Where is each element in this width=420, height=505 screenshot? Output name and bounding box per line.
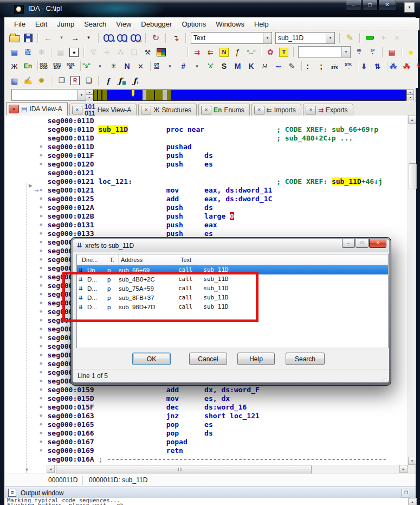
setup-wrench-button[interactable]: ⚒	[141, 47, 154, 58]
char-button[interactable]: 'x'	[204, 61, 217, 72]
output-dock-button[interactable]: ❐	[402, 489, 410, 497]
undefine-bytes-button[interactable]: 0101Ж	[64, 61, 77, 72]
horizontal-scrollbar[interactable]: ◄ ►	[47, 465, 408, 474]
tab-list-dropdown[interactable]: ▾	[404, 2, 415, 12]
tab-ida-view-a[interactable]: ✕▤IDA View-A	[6, 102, 68, 116]
stack-trace-button[interactable]: ⇅	[371, 61, 384, 72]
demangled-names-button[interactable]: ab▪	[353, 47, 365, 58]
colors-palette-button[interactable]	[155, 47, 167, 58]
problems-list-button[interactable]: ▤	[386, 47, 398, 58]
proximity-button[interactable]: ❋	[35, 47, 48, 58]
menu-jump[interactable]: Jump	[52, 19, 79, 29]
scroll-up-icon[interactable]: ▲	[408, 116, 416, 124]
print-button[interactable]: ❏	[128, 47, 140, 58]
make-string-dropdown[interactable]: ▾	[94, 61, 106, 72]
ok-button[interactable]: OK	[132, 353, 171, 365]
scroll-left-icon[interactable]: ◄	[47, 465, 55, 473]
disasm-line[interactable]: • seg000:015D mov es, dx	[5, 394, 408, 403]
tab-hex-view-a[interactable]: ✕101011Hex View-A	[69, 104, 137, 116]
tab-structures[interactable]: ✕ЖStructures	[138, 104, 197, 116]
stack-var2-button[interactable]: STK→	[342, 61, 354, 72]
disasm-line[interactable]: seg000:0121	[5, 169, 408, 177]
jump-next-button[interactable]: ↴	[170, 32, 182, 43]
menu-search[interactable]: Search	[79, 19, 111, 29]
options-gear-button[interactable]: ✺	[35, 75, 48, 86]
output-window-header[interactable]: ≣ Output window ❐	[5, 487, 416, 498]
manual-operand-button[interactable]: M	[231, 61, 244, 72]
strings-window-button[interactable]: "..."	[245, 47, 257, 58]
offset-dropdown[interactable]: ▾	[164, 61, 176, 72]
dialog-minimize-button[interactable]: –	[342, 239, 355, 248]
search-type-combo[interactable]: Text▾	[191, 32, 272, 44]
output-log[interactable]: Marking typical code sequences...Flushin…	[5, 498, 410, 505]
delete-item-button[interactable]: ×	[391, 32, 403, 43]
zoom-100-button[interactable]: 100%	[87, 47, 100, 58]
jump-function-button[interactable]: ƒ	[231, 47, 244, 58]
output-scroll-up-icon[interactable]: ▲	[408, 498, 417, 505]
reset-desktop-button[interactable]: R	[69, 75, 81, 86]
segment-button[interactable]: S	[218, 61, 230, 72]
graph-view-button[interactable]: ♠	[68, 47, 80, 58]
navigation-combo[interactable]: ▾	[11, 89, 86, 101]
colon-comment-button[interactable]: :	[301, 61, 314, 72]
structures-button[interactable]: Ж	[8, 61, 21, 72]
vertical-scroll-thumb[interactable]	[409, 163, 417, 189]
highlight-button[interactable]: ✎	[344, 32, 356, 43]
tab-close-icon[interactable]: ✕	[201, 106, 211, 114]
disasm-line[interactable]: • seg000:0159 add dx, ds:word_F	[5, 386, 408, 394]
function-tail-button[interactable]: ƒt	[130, 75, 142, 86]
chevron-down-icon[interactable]: ▾	[77, 90, 86, 100]
chevron-down-icon[interactable]: ▾	[263, 33, 272, 43]
make-array-button[interactable]: ✳	[107, 61, 120, 72]
calculator-button[interactable]: ▦	[8, 75, 21, 86]
disasm-line[interactable]: seg000:011D ; sub_4B0+2C↓p ...	[5, 134, 408, 143]
disasm-line[interactable]: • seg000:0165 pop es	[5, 420, 408, 429]
tab-exports[interactable]: ✕⇉Exports	[303, 104, 353, 116]
disasm-text-button[interactable]: ▤	[54, 47, 67, 58]
chevron-down-icon[interactable]: ▾	[326, 33, 334, 43]
dialog-close-button[interactable]: ✕	[369, 239, 386, 248]
names-window-button[interactable]: N	[218, 47, 230, 58]
script-button[interactable]: ✍	[22, 75, 34, 86]
navigate-back-dropdown[interactable]: ▾	[55, 32, 68, 43]
fit-window-button[interactable]: ✛	[101, 47, 113, 58]
tab-close-icon[interactable]: ✕	[141, 106, 151, 114]
column-address[interactable]: Address	[119, 254, 178, 265]
disasm-line[interactable]: seg000:011D sub_11D proc near ; CODE XRE…	[5, 125, 408, 134]
graph-overview-button[interactable]: ⁂	[114, 47, 127, 58]
make-code-button[interactable]: 0101COD	[37, 61, 50, 72]
breakpoint-button[interactable]: ●	[405, 47, 417, 58]
text-t-button[interactable]: T	[277, 47, 290, 58]
semicolon-comment-button[interactable]: ;	[315, 61, 327, 72]
create-function-button[interactable]: ƒ	[102, 75, 115, 86]
tab-imports[interactable]: ✕⇇Imports	[251, 104, 301, 116]
variable-button[interactable]: /-/	[259, 61, 271, 72]
dialog-maximize-button[interactable]: □	[356, 239, 369, 248]
maximize-button[interactable]: □	[362, 0, 378, 11]
tab-enums[interactable]: ✕EnEnums	[198, 104, 250, 116]
enums-button[interactable]: En	[22, 61, 34, 72]
menu-help[interactable]: Help	[249, 19, 274, 29]
disasm-line[interactable]: • seg000:015F dec ds:word_16	[5, 403, 408, 412]
disasm-line[interactable]: • seg000:0163 jnz short loc_121	[5, 412, 408, 420]
disasm-line[interactable]: →• seg000:0121 mov eax, ds:dword_11	[5, 186, 408, 195]
number-dropdown[interactable]: ▾	[191, 61, 203, 72]
menu-windows[interactable]: Windows	[211, 19, 249, 29]
text-view-button[interactable]: ▤	[8, 47, 21, 58]
name-combo[interactable]: sub_11D▾	[275, 32, 335, 44]
menu-view[interactable]: View	[111, 19, 136, 29]
disasm-line[interactable]: • seg000:012B push large 0	[5, 212, 408, 221]
edit-pencil-button[interactable]: ✎	[286, 61, 298, 72]
quick-view-combo[interactable]: ▾	[298, 46, 351, 58]
cascade-windows-button[interactable]: ❏	[82, 75, 95, 86]
menu-debugger[interactable]: Debugger	[136, 19, 177, 29]
hex-dump-button[interactable]: 101011	[22, 47, 34, 58]
library-function-button[interactable]: ƒ▦	[116, 75, 128, 86]
menu-edit[interactable]: Edit	[30, 19, 52, 29]
stack-var-button[interactable]: →STK	[328, 61, 341, 72]
menu-file[interactable]: File	[9, 19, 30, 29]
search-pattern-button[interactable]: #	[102, 32, 115, 43]
tilde-button[interactable]: ∼	[272, 61, 285, 72]
navigate-back-button[interactable]: ←	[42, 32, 54, 43]
navigate-forward-button[interactable]: →	[69, 32, 81, 43]
